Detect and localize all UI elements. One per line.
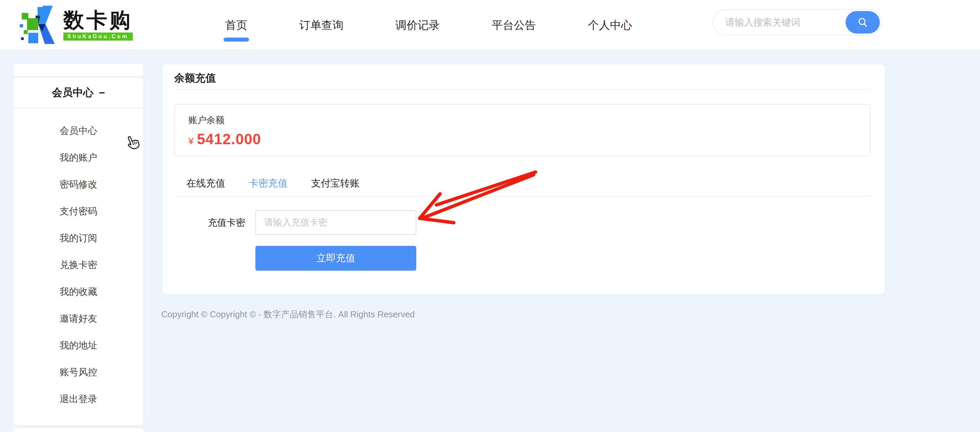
nav-item-label: 订单查询 <box>299 18 344 33</box>
sidebar-item-my-address[interactable]: 我的地址 <box>13 332 143 359</box>
currency-symbol: ¥ <box>188 136 194 147</box>
nav-item-label: 首页 <box>225 18 247 33</box>
tab-alipay-transfer[interactable]: 支付宝转账 <box>311 177 360 190</box>
search-icon <box>857 17 869 28</box>
search-button[interactable] <box>846 11 880 33</box>
nav-item-personal-center[interactable]: 个人中心 <box>588 0 632 50</box>
sidebar-item-member-center[interactable]: 会员中心 <box>13 117 143 144</box>
balance-value: ¥ 5412.000 <box>188 131 261 148</box>
sidebar-item-my-subscriptions[interactable]: 我的订阅 <box>13 225 143 252</box>
sidebar-item-change-password[interactable]: 密码修改 <box>13 171 143 198</box>
account-balance-box: 账户余额 ¥ 5412.000 <box>174 104 871 156</box>
collapse-icon[interactable]: − <box>99 88 105 98</box>
tab-card-key-recharge[interactable]: 卡密充值 <box>249 177 288 190</box>
logo-mark-icon <box>18 5 58 45</box>
member-sidebar: 会员中心 − 会员中心 我的账户 密码修改 支付密码 我的订阅 兑换卡密 我的收… <box>13 78 143 425</box>
balance-label: 账户余额 <box>188 114 224 126</box>
recharge-tabs: 在线充值 卡密充值 支付宝转账 <box>186 177 360 190</box>
recharge-now-button[interactable]: 立即充值 <box>255 246 416 271</box>
search-bar <box>713 9 882 35</box>
tabs-divider <box>174 196 872 196</box>
site-logo[interactable]: 数卡购 ShuKaGou.Com <box>18 3 133 46</box>
page-title: 余额充值 <box>174 71 216 85</box>
nav-item-order-query[interactable]: 订单查询 <box>299 0 344 50</box>
nav-item-label: 调价记录 <box>396 18 440 33</box>
sidebar-item-logout[interactable]: 退出登录 <box>13 386 143 413</box>
sidebar-item-my-favorites[interactable]: 我的收藏 <box>13 278 143 305</box>
title-divider <box>174 89 872 90</box>
sidebar-menu: 会员中心 我的账户 密码修改 支付密码 我的订阅 兑换卡密 我的收藏 邀请好友 … <box>13 108 143 413</box>
main-nav: 首页 订单查询 调价记录 平台公告 个人中心 <box>225 0 632 50</box>
nav-item-label: 个人中心 <box>588 18 632 33</box>
page: 数卡购 ShuKaGou.Com 首页 订单查询 调价记录 平台公告 个人中心 <box>0 0 980 432</box>
nav-item-platform-announcements[interactable]: 平台公告 <box>492 0 536 50</box>
top-header: 数卡购 ShuKaGou.Com 首页 订单查询 调价记录 平台公告 个人中心 <box>0 0 980 50</box>
sidebar-item-account-risk[interactable]: 账号风控 <box>13 359 143 386</box>
active-nav-underline <box>224 38 249 41</box>
logo-text: 数卡购 ShuKaGou.Com <box>64 9 133 41</box>
nav-item-price-adjust-log[interactable]: 调价记录 <box>396 0 440 50</box>
balance-recharge-card: 余额充值 账户余额 ¥ 5412.000 在线充值 卡密充值 支付宝转账 充值卡… <box>162 64 885 294</box>
tab-online-recharge[interactable]: 在线充值 <box>186 177 225 190</box>
card-key-label: 充值卡密 <box>208 210 245 235</box>
sidebar-bottom-panel <box>13 428 143 432</box>
sidebar-item-pay-password[interactable]: 支付密码 <box>13 198 143 225</box>
nav-item-home[interactable]: 首页 <box>225 0 247 50</box>
sidebar-header[interactable]: 会员中心 − <box>13 78 143 108</box>
card-key-input[interactable] <box>255 210 416 235</box>
sidebar-item-invite-friends[interactable]: 邀请好友 <box>13 305 143 332</box>
sidebar-top-panel <box>13 64 143 77</box>
nav-item-label: 平台公告 <box>492 18 536 33</box>
sidebar-item-redeem-card[interactable]: 兑换卡密 <box>13 252 143 278</box>
brand-domain-badge: ShuKaGou.Com <box>64 32 133 41</box>
balance-amount: 5412.000 <box>197 131 261 148</box>
sidebar-item-my-account[interactable]: 我的账户 <box>13 144 143 171</box>
brand-name: 数卡购 <box>64 9 133 31</box>
sidebar-title: 会员中心 <box>52 86 94 100</box>
copyright-text: Copyright © Copyright © - 数字产品销售平台. All … <box>161 309 415 320</box>
